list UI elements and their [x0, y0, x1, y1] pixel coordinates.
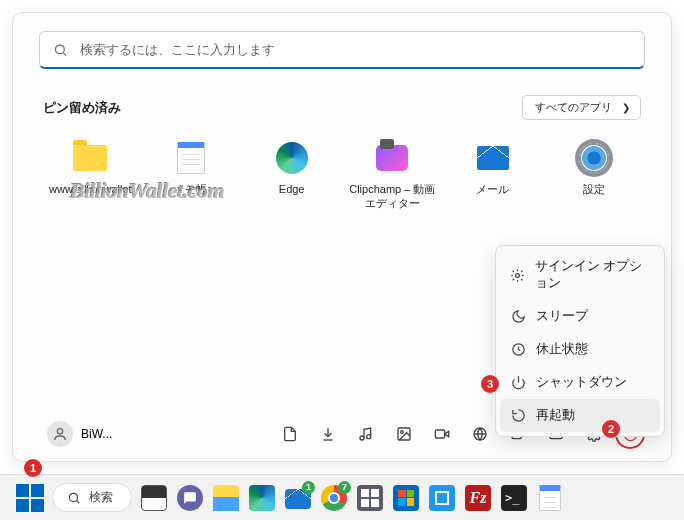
pinned-grid: www.billionwallet メモ帳 Edge Clipchamp – 動… — [39, 134, 645, 217]
taskbar-notepad[interactable] — [536, 484, 564, 512]
svg-rect-7 — [435, 430, 444, 438]
power-menu-signin-options[interactable]: サインイン オプション — [500, 250, 660, 300]
badge-count: 1 — [302, 481, 315, 494]
taskbar-search-label: 検索 — [89, 489, 113, 506]
app-label: メモ帳 — [174, 182, 207, 196]
taskbar-calculator[interactable] — [356, 484, 384, 512]
moon-icon — [510, 309, 526, 325]
taskbar-screenrec[interactable] — [428, 484, 456, 512]
gear-icon — [510, 267, 525, 283]
power-menu-label: シャットダウン — [536, 374, 627, 391]
notepad-icon — [173, 140, 209, 176]
user-chip[interactable]: BiW... — [39, 417, 120, 451]
avatar-icon — [47, 421, 73, 447]
app-label: Clipchamp – 動画エディター — [346, 182, 438, 211]
taskbar-edge[interactable] — [248, 484, 276, 512]
footer-pictures-button[interactable] — [387, 417, 421, 451]
power-menu-label: スリープ — [536, 308, 588, 325]
pinned-app-clipchamp[interactable]: Clipchamp – 動画エディター — [345, 134, 440, 217]
notepad-icon — [539, 485, 561, 511]
footer-network-button[interactable] — [463, 417, 497, 451]
footer-document-button[interactable] — [273, 417, 307, 451]
power-menu-sleep[interactable]: スリープ — [500, 300, 660, 333]
filezilla-icon: Fz — [465, 485, 491, 511]
taskbar-filezilla[interactable]: Fz — [464, 484, 492, 512]
power-menu-shutdown[interactable]: シャットダウン — [500, 366, 660, 399]
user-name: BiW... — [81, 427, 112, 441]
footer-music-button[interactable] — [349, 417, 383, 451]
taskbar-taskview[interactable] — [140, 484, 168, 512]
taskbar-chat[interactable] — [176, 484, 204, 512]
svg-point-4 — [367, 435, 371, 439]
svg-line-1 — [63, 53, 66, 56]
taskbar: 検索 1 7 Fz >_ — [0, 474, 684, 520]
callout-2: 2 — [602, 420, 620, 438]
callout-1: 1 — [24, 459, 42, 477]
callout-3: 3 — [481, 375, 499, 393]
clipchamp-icon — [374, 140, 410, 176]
start-button[interactable] — [16, 484, 44, 512]
pinned-title: ピン留め済み — [43, 99, 121, 117]
svg-point-17 — [69, 493, 77, 501]
search-box-wrapper — [39, 31, 645, 69]
power-menu-hibernate[interactable]: 休止状態 — [500, 333, 660, 366]
taskbar-terminal[interactable]: >_ — [500, 484, 528, 512]
start-menu-panel: ピン留め済み すべてのアプリ ❯ www.billionwallet メモ帳 E… — [12, 12, 672, 462]
power-menu-label: サインイン オプション — [535, 258, 650, 292]
svg-point-3 — [360, 436, 364, 440]
all-apps-label: すべてのアプリ — [535, 100, 612, 115]
app-label: 設定 — [583, 182, 605, 196]
mail-icon — [475, 140, 511, 176]
search-icon — [53, 43, 68, 58]
power-menu: サインイン オプション スリープ 休止状態 シャットダウン 再起動 — [495, 245, 665, 437]
app-label: www.billionwallet — [49, 182, 132, 196]
app-label: メール — [476, 182, 509, 196]
taskbar-store[interactable] — [392, 484, 420, 512]
svg-line-18 — [77, 500, 80, 503]
restart-icon — [510, 408, 526, 424]
folder-icon — [72, 140, 108, 176]
footer-videos-button[interactable] — [425, 417, 459, 451]
taskbar-explorer[interactable] — [212, 484, 240, 512]
chevron-right-icon: ❯ — [622, 102, 630, 113]
settings-gear-icon — [576, 140, 612, 176]
taskbar-mail[interactable]: 1 — [284, 484, 312, 512]
app-label: Edge — [279, 182, 305, 196]
search-icon — [67, 491, 81, 505]
svg-point-6 — [401, 431, 404, 434]
pinned-app-billionwallet[interactable]: www.billionwallet — [43, 134, 138, 217]
taskbar-chrome[interactable]: 7 — [320, 484, 348, 512]
power-icon — [510, 375, 526, 391]
svg-point-14 — [516, 273, 520, 277]
pinned-app-settings[interactable]: 設定 — [546, 134, 641, 217]
power-menu-label: 再起動 — [536, 407, 575, 424]
pinned-app-mail[interactable]: メール — [446, 134, 541, 217]
badge-count: 7 — [338, 481, 351, 494]
search-input[interactable] — [39, 31, 645, 69]
windows-logo-icon — [16, 484, 44, 512]
pinned-app-edge[interactable]: Edge — [244, 134, 339, 217]
power-menu-label: 休止状態 — [536, 341, 588, 358]
power-menu-restart[interactable]: 再起動 — [500, 399, 660, 432]
footer-download-button[interactable] — [311, 417, 345, 451]
clock-icon — [510, 342, 526, 358]
svg-point-2 — [57, 429, 62, 434]
taskbar-search[interactable]: 検索 — [52, 483, 132, 512]
edge-icon — [274, 140, 310, 176]
pinned-header: ピン留め済み すべてのアプリ ❯ — [39, 95, 645, 120]
terminal-icon: >_ — [501, 485, 527, 511]
svg-point-0 — [56, 45, 65, 54]
all-apps-button[interactable]: すべてのアプリ ❯ — [522, 95, 641, 120]
pinned-app-notepad[interactable]: メモ帳 — [144, 134, 239, 217]
